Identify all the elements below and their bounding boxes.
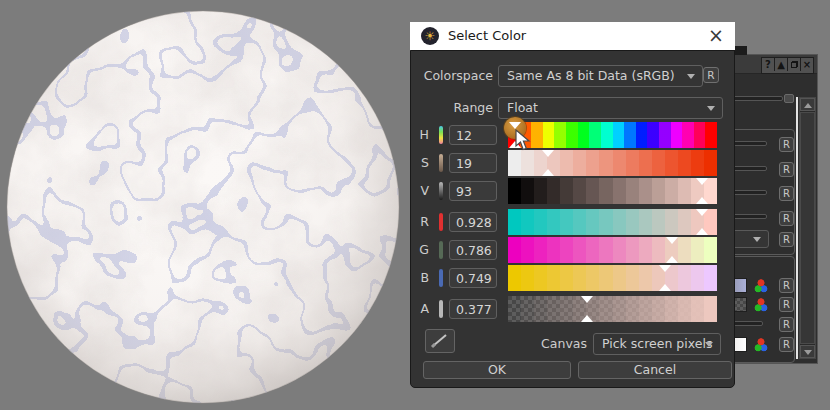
channel-slider-bar[interactable] xyxy=(508,150,717,176)
channel-color-icon xyxy=(439,269,443,287)
channel-row-g: G xyxy=(411,237,734,263)
restore-window-icon[interactable] xyxy=(787,58,800,71)
slider-gradient xyxy=(508,265,717,291)
slider-marker-bottom[interactable] xyxy=(509,141,521,148)
select-color-dialog: ☀ Select Color × Colorspace Same As 8 bi… xyxy=(410,22,735,388)
slider-marker-bottom[interactable] xyxy=(696,228,708,235)
slider-gradient xyxy=(508,209,717,235)
reset-button[interactable]: R xyxy=(779,211,794,226)
marble-sphere xyxy=(0,0,430,410)
channel-label: B xyxy=(413,265,429,291)
slider-gradient xyxy=(508,296,717,322)
reset-button[interactable]: R xyxy=(779,297,794,312)
channel-color-icon xyxy=(439,300,443,318)
reset-button[interactable]: R xyxy=(779,137,794,152)
cancel-button[interactable]: Cancel xyxy=(578,361,732,379)
slider-gradient xyxy=(508,122,717,148)
scrollbar-thumb[interactable] xyxy=(800,112,815,344)
panel-window-buttons: ? ▲ × xyxy=(761,57,814,74)
range-dropdown[interactable]: Float xyxy=(498,97,723,119)
channel-row-v: V xyxy=(411,178,734,204)
canvas-value: Pick screen pixels xyxy=(602,336,712,351)
channel-label: G xyxy=(413,237,429,263)
help-icon[interactable]: ? xyxy=(762,58,774,71)
channel-label: H xyxy=(413,122,429,148)
colorspace-value: Same As 8 bit Data (sRGB) xyxy=(507,68,675,83)
application-window: ? ▲ × R R R R R xyxy=(0,0,830,410)
channel-slider-bar[interactable] xyxy=(508,178,717,204)
channel-row-b: B xyxy=(411,265,734,291)
channel-color-icon xyxy=(439,241,443,259)
chevron-down-icon xyxy=(705,342,713,347)
chevron-down-icon xyxy=(707,106,715,111)
close-icon[interactable]: × xyxy=(706,22,726,50)
channel-value-input[interactable] xyxy=(449,268,497,288)
eyedropper-button[interactable] xyxy=(425,329,455,353)
slider-marker-top[interactable] xyxy=(509,122,521,129)
slider-marker-bottom[interactable] xyxy=(696,197,708,204)
channel-value-input[interactable] xyxy=(449,125,497,145)
slider-gradient xyxy=(508,237,717,263)
focus-line xyxy=(796,97,798,359)
channel-label: V xyxy=(413,178,429,204)
canvas-dropdown[interactable]: Pick screen pixels xyxy=(593,333,721,355)
channel-row-s: S xyxy=(411,150,734,176)
slider-marker-bottom[interactable] xyxy=(666,256,678,263)
channel-label: S xyxy=(413,150,429,176)
app-sun-icon: ☀ xyxy=(421,27,439,45)
reset-button[interactable]: R xyxy=(779,162,794,177)
colorspace-dropdown[interactable]: Same As 8 bit Data (sRGB) xyxy=(498,65,703,87)
dialog-title: Select Color xyxy=(448,22,526,50)
colorspace-label: Colorspace xyxy=(411,65,493,87)
channel-color-icon xyxy=(439,126,443,144)
rgb-color-icon[interactable] xyxy=(753,337,769,352)
channel-color-icon xyxy=(439,213,443,231)
ok-button[interactable]: OK xyxy=(423,361,571,379)
close-panel-icon[interactable]: × xyxy=(800,58,813,71)
slider-marker-top[interactable] xyxy=(666,237,678,244)
panel-slider-track[interactable] xyxy=(728,96,783,101)
channel-row-a: A xyxy=(411,296,734,322)
channel-slider-bar[interactable] xyxy=(508,265,717,291)
panel-scrollbar[interactable] xyxy=(799,97,816,359)
slider-marker-bottom[interactable] xyxy=(659,284,671,291)
chevron-down-icon xyxy=(687,74,695,79)
reset-button[interactable]: R xyxy=(779,278,794,293)
channel-slider-bar[interactable] xyxy=(508,122,717,148)
collapse-icon[interactable]: ▲ xyxy=(774,58,787,71)
colorspace-reset-button[interactable]: R xyxy=(703,67,719,83)
channel-label: A xyxy=(413,296,429,322)
channel-slider-bar[interactable] xyxy=(508,209,717,235)
channel-value-input[interactable] xyxy=(449,153,497,173)
scroll-down-button[interactable] xyxy=(800,345,815,358)
channel-color-icon xyxy=(439,154,443,172)
slider-marker-top[interactable] xyxy=(542,150,554,157)
scroll-up-button[interactable] xyxy=(800,98,815,111)
viewport-canvas[interactable] xyxy=(0,0,430,410)
slider-marker-top[interactable] xyxy=(581,296,593,303)
reset-button[interactable]: R xyxy=(779,186,794,201)
slider-marker-bottom[interactable] xyxy=(542,169,554,176)
reset-button[interactable]: R xyxy=(779,337,794,352)
reset-button[interactable]: R xyxy=(779,232,794,247)
rgb-color-icon[interactable] xyxy=(753,297,769,312)
channel-slider-bar[interactable] xyxy=(508,296,717,322)
dialog-titlebar[interactable]: ☀ Select Color × xyxy=(410,22,735,50)
dialog-body: Colorspace Same As 8 bit Data (sRGB) R R… xyxy=(410,50,735,388)
channel-color-icon xyxy=(439,182,443,200)
range-value: Float xyxy=(507,100,538,115)
channel-value-input[interactable] xyxy=(449,299,497,319)
slider-marker-bottom[interactable] xyxy=(581,315,593,322)
channel-slider-bar[interactable] xyxy=(508,237,717,263)
rgb-color-icon[interactable] xyxy=(753,278,769,293)
slider-marker-top[interactable] xyxy=(696,178,708,185)
slider-marker-top[interactable] xyxy=(696,209,708,216)
channel-value-input[interactable] xyxy=(449,181,497,201)
reset-button[interactable]: R xyxy=(779,317,794,332)
panel-slider-handle[interactable] xyxy=(784,94,794,103)
channel-value-input[interactable] xyxy=(449,212,497,232)
channel-value-input[interactable] xyxy=(449,240,497,260)
slider-marker-top[interactable] xyxy=(659,265,671,272)
slider-gradient xyxy=(508,150,717,176)
eyedropper-icon xyxy=(426,330,454,352)
